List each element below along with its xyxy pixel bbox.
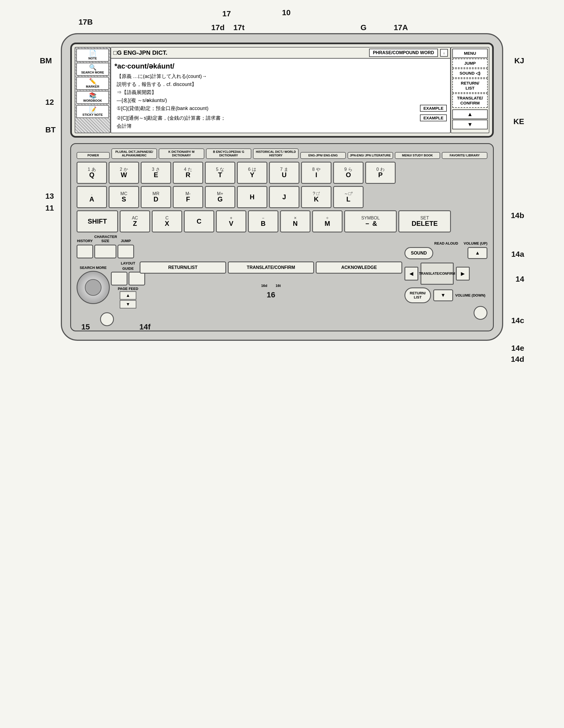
key-N[interactable]: ×N — [280, 210, 311, 232]
translate-confirm-dpad[interactable]: TRANSLATE/CONFIRM — [421, 263, 454, 285]
key-A[interactable]: .A — [77, 186, 107, 208]
key-row-1: 1 あQ 2 かW 3 さE 4 たR 5 なT 6 はY 7 まU 8 やI … — [77, 162, 487, 184]
key-R[interactable]: 4 たR — [173, 162, 203, 184]
key-H[interactable]: H — [237, 186, 267, 208]
menu-button[interactable]: MENU — [452, 49, 488, 58]
key-J[interactable]: J — [269, 186, 300, 208]
wordbook-button[interactable]: 📚 WORDBOOK — [76, 91, 109, 104]
marker-icon: ✏️ — [89, 78, 96, 85]
jpn-eng-key[interactable]: JPN-ENG/ JPN LITERATURE — [348, 152, 393, 159]
jump-button[interactable]: JUMP — [452, 59, 488, 68]
power-key[interactable]: POWER — [77, 152, 110, 159]
screen-area: 📄 NOTE 🔍 SEARCH MORE ✏️ MARKER 📚 WORDBOO… — [70, 43, 494, 138]
key-E[interactable]: 3 さE — [141, 162, 171, 184]
key-Q[interactable]: 1 あQ — [77, 162, 107, 184]
example-button-1[interactable]: EXAMPLE — [420, 105, 447, 112]
wordbook-label: WORDBOOK — [83, 99, 102, 102]
ref-17t: 17t — [233, 23, 244, 32]
dpad-left[interactable]: ◀ — [405, 267, 418, 281]
key-L[interactable]: ～□°L — [333, 186, 364, 208]
key-P[interactable]: 0 わP — [365, 162, 396, 184]
menu-study-key[interactable]: MENU/ STUDY BOOK — [395, 152, 440, 159]
translate-confirm-center-button[interactable]: TRANSLATE/CONFIRM — [228, 261, 314, 274]
key-F[interactable]: M-F — [173, 186, 203, 208]
example-button-2[interactable]: EXAMPLE — [420, 114, 447, 121]
return-list-button[interactable]: RETURN/ LIST — [452, 78, 488, 93]
dpad-right[interactable]: ▶ — [456, 267, 470, 281]
eng-jpn-key[interactable]: ENG-JPN/ ENG-ENG — [300, 152, 346, 159]
bottom-row: HISTORY CHARACTER SIZE JUMP SEARCH MORE — [77, 235, 487, 326]
char-size-key[interactable] — [94, 245, 116, 258]
key-V[interactable]: +V — [216, 210, 246, 232]
search-more-button[interactable]: 🔍 SEARCH MORE — [76, 63, 109, 76]
16d-label: 16d — [261, 284, 267, 288]
center-button-row: RETURN/LIST TRANSLATE/CONFIRM ACKNOWLEDG… — [140, 261, 402, 274]
key-Y[interactable]: 6 はY — [237, 162, 267, 184]
key-DELETE[interactable]: SETDELETE — [398, 210, 451, 232]
b-encyclopedia-key[interactable]: B ENCYCLOPEDIA/ G DICTIONARY — [206, 148, 251, 159]
key-M[interactable]: ÷M — [312, 210, 343, 232]
key-T[interactable]: 5 なT — [205, 162, 235, 184]
key-B[interactable]: －B — [248, 210, 278, 232]
return-list-dpad[interactable]: RETURN/ LIST — [405, 287, 431, 303]
phrase-compound-button[interactable]: PHRASE/COMPOUND WORD — [369, 49, 438, 57]
key-U[interactable]: 7 まU — [269, 162, 300, 184]
screen-content: *ac·count/əkáunt/ 【原義 …に(ac)計算して入れる(coun… — [111, 59, 450, 133]
ref-16: 16 — [266, 290, 275, 299]
volume-up-key[interactable]: ▲ — [468, 247, 487, 259]
right-circle-button[interactable] — [474, 306, 487, 320]
sound-vol-row: SOUND ▲ — [405, 247, 487, 259]
screen-header: □G ENG-JPN DICT. PHRASE/COMPOUND WORD ↓ — [111, 48, 450, 59]
ref-14e: 14e — [511, 344, 524, 353]
volume-down-key[interactable]: ▼ — [433, 289, 453, 301]
key-G[interactable]: M+G — [205, 186, 235, 208]
sound-key[interactable]: SOUND — [405, 247, 433, 259]
favorite-library-key[interactable]: FAVORITE/ LIBRARY — [442, 152, 487, 159]
key-O[interactable]: 9 らO — [333, 162, 364, 184]
return-list-center-button[interactable]: RETURN/LIST — [140, 261, 226, 274]
search-icon: 🔍 — [89, 64, 96, 70]
key-I[interactable]: 8 やI — [301, 162, 332, 184]
key-SHIFT[interactable]: SHIFT — [77, 210, 118, 232]
key-Z[interactable]: ACZ — [120, 210, 150, 232]
acknowledge-center-button[interactable]: ACKNOWLEDGE — [316, 261, 402, 274]
ref-17: 17 — [222, 9, 231, 18]
volume-up-label: VOLUME (UP) — [464, 241, 487, 245]
marker-button[interactable]: ✏️ MARKER — [76, 77, 109, 90]
joystick[interactable] — [77, 271, 110, 304]
sticky-note-button[interactable]: 📝 STICKY NOTE — [76, 105, 109, 118]
translate-confirm-button[interactable]: TRANSLATE/ CONFIRM — [452, 93, 488, 108]
layout-key[interactable] — [111, 272, 127, 286]
def1-line2: 説明する，報告する．cf. discount】 — [114, 81, 447, 88]
history-key[interactable] — [77, 245, 93, 258]
ref-G: G — [361, 23, 367, 32]
word-entry: *ac·count/əkáunt/ — [114, 61, 447, 72]
key-K[interactable]: ? □'K — [301, 186, 332, 208]
jump-key[interactable] — [117, 245, 134, 258]
sound-button[interactable]: SOUND ◁) — [452, 69, 488, 78]
scroll-up-arrow[interactable]: ▲ — [452, 109, 488, 119]
scroll-down-arrow[interactable]: ▼ — [452, 120, 488, 129]
def3-line2: 会計簿 — [114, 122, 447, 130]
def1-line1: 【原義 …に(ac)計算して入れる(count)→ — [114, 73, 447, 80]
scroll-down-button[interactable]: ↓ — [440, 49, 448, 57]
ref-14b: 14b — [511, 211, 524, 220]
key-row-2: .A MCS MRD M-F M+G H J ? □'K ～□°L — [77, 186, 487, 208]
key-SYMBOL[interactable]: SYMBOL－ & — [344, 210, 397, 232]
key-row-3: SHIFT ACZ CX C +V －B ×N ÷M SYMBOL－ & SET… — [77, 210, 487, 232]
page-feed-down[interactable]: ▼ — [120, 300, 136, 308]
left-circle-button[interactable] — [100, 312, 114, 326]
plural-dict-key[interactable]: PLURAL DICT.JAPANESE/ ALPHANUMERIC — [111, 148, 157, 159]
note-button[interactable]: 📄 NOTE — [76, 49, 109, 62]
key-W[interactable]: 2 かW — [109, 162, 139, 184]
historical-dict-key[interactable]: HISTORICAL DICT./ WORLD HISTORY — [253, 148, 299, 159]
key-C[interactable]: C — [184, 210, 214, 232]
ref-15: 15 — [81, 323, 90, 331]
key-X[interactable]: CX — [152, 210, 182, 232]
ref-11: 11 — [45, 204, 54, 213]
key-D[interactable]: MRD — [141, 186, 171, 208]
k-dictionary-key[interactable]: K DICTIONARY/ M DICTIONARY — [159, 148, 204, 159]
16t-label: 16t — [275, 284, 281, 288]
page-feed-up[interactable]: ▲ — [120, 291, 136, 300]
key-S[interactable]: MCS — [109, 186, 139, 208]
